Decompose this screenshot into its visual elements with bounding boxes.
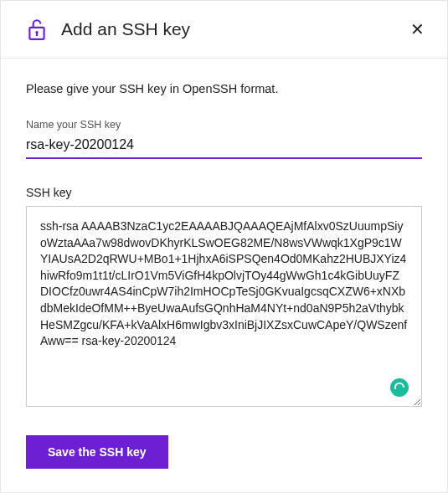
dialog-header: Add an SSH key ✕ — [1, 1, 447, 59]
status-badge — [390, 378, 409, 397]
name-field-label: Name your SSH key — [26, 119, 422, 131]
lock-open-icon — [26, 18, 48, 41]
close-icon: ✕ — [410, 21, 425, 38]
save-ssh-key-button[interactable]: Save the SSH key — [26, 435, 168, 469]
add-ssh-key-dialog: Add an SSH key ✕ Please give your SSH ke… — [0, 0, 448, 493]
ssh-key-textarea[interactable] — [26, 206, 422, 407]
ssh-key-textarea-wrap — [26, 206, 422, 410]
instruction-text: Please give your SSH key in OpenSSH form… — [26, 82, 422, 95]
dialog-title: Add an SSH key — [61, 19, 394, 39]
dialog-body: Please give your SSH key in OpenSSH form… — [1, 59, 447, 492]
close-button[interactable]: ✕ — [407, 19, 427, 39]
ssh-key-name-input[interactable] — [26, 134, 422, 159]
ssh-key-field-label: SSH key — [26, 186, 422, 199]
